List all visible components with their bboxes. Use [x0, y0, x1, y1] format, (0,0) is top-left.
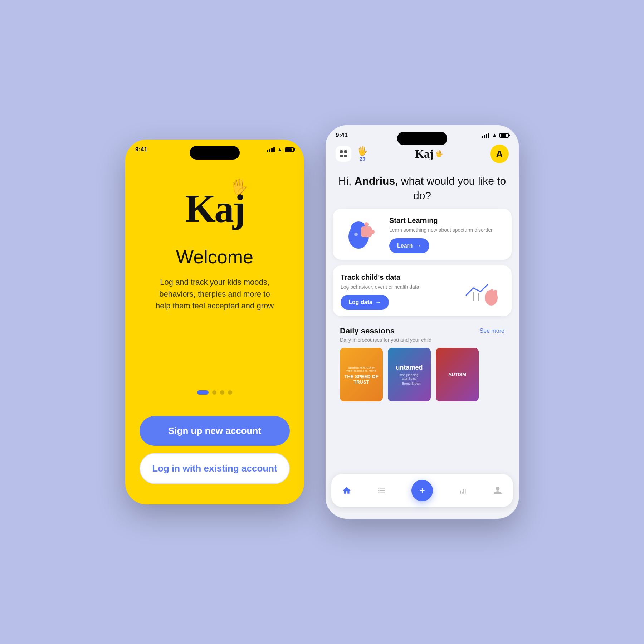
svg-point-3 — [364, 222, 369, 226]
brain-puzzle-svg — [342, 219, 382, 251]
learn-label: Learn — [397, 243, 413, 249]
chart-illustration — [461, 274, 504, 309]
user-avatar[interactable]: A — [490, 145, 509, 163]
nav-profile-button[interactable] — [493, 486, 502, 495]
phone-notch-home — [397, 132, 447, 145]
dot-3 — [220, 390, 224, 395]
card1-title: Start Learning — [389, 216, 504, 225]
brain-illustration — [341, 217, 384, 253]
card2-title: Track child's data — [341, 273, 455, 282]
book-cover-2[interactable]: untamed stop pleasing,start living — Bre… — [388, 348, 431, 401]
daily-sessions-section: Daily sessions See more Daily microcours… — [333, 322, 512, 404]
status-time-home: 9:41 — [336, 132, 348, 139]
signal-bars-icon — [267, 147, 275, 152]
book2-subtitle: stop pleasing,start living — [399, 373, 419, 380]
notification-count: 23 — [360, 156, 365, 162]
profile-icon — [493, 486, 502, 495]
list-icon — [377, 486, 386, 495]
wifi-icon-home: ▲ — [492, 132, 497, 138]
status-icons: ▲ — [267, 146, 294, 153]
svg-point-4 — [370, 230, 375, 234]
nav-list-button[interactable] — [377, 486, 386, 495]
start-learning-card: Start Learning Learn something new about… — [333, 209, 512, 260]
book2-title: untamed — [396, 364, 423, 372]
see-more-button[interactable]: See more — [480, 328, 504, 334]
svg-rect-11 — [491, 289, 493, 298]
nav-logo: Kaj 🖐 — [415, 147, 443, 161]
daily-sessions-title: Daily sessions — [340, 326, 395, 336]
cards-area: Start Learning Learn something new about… — [326, 209, 519, 470]
home-phone: 9:41 ▲ — [326, 125, 519, 519]
start-learning-text: Start Learning Learn something new about… — [389, 216, 504, 253]
svg-rect-12 — [494, 290, 497, 298]
battery-icon-home — [499, 133, 509, 138]
nav-home-button[interactable] — [342, 486, 351, 495]
notification-button[interactable]: 🖐 23 — [357, 146, 368, 162]
stats-icon — [458, 486, 468, 495]
daily-sessions-subtitle: Daily microcourses for you and your chil… — [340, 337, 504, 343]
add-button[interactable]: + — [411, 480, 433, 501]
book-cover-1[interactable]: Stephen M.R. CoveyWith Rebecca R. Merril… — [340, 348, 383, 401]
logo-area: 🖐 Kaj — [185, 189, 244, 228]
svg-point-5 — [354, 233, 358, 236]
wifi-icon: ▲ — [277, 146, 283, 153]
nav-logo-hand: 🖐 — [435, 150, 443, 158]
signal-bars-icon-home — [482, 133, 489, 138]
welcome-content: 🖐 Kaj Welcome Log and track your kids mo… — [125, 153, 304, 498]
dot-4 — [228, 390, 232, 395]
log-data-button[interactable]: Log data → — [341, 295, 389, 310]
status-time: 9:41 — [135, 146, 147, 153]
book1-author: Stephen M.R. CoveyWith Rebecca R. Merril… — [346, 366, 376, 372]
add-icon: + — [419, 485, 425, 496]
home-icon — [342, 486, 351, 495]
dot-2 — [212, 390, 216, 395]
hand-raise-icon: 🖐 — [357, 146, 368, 156]
book3-title: Autism — [448, 372, 466, 377]
book1-title: THE SPEED OF TRUST — [343, 374, 379, 385]
phone-notch — [190, 146, 240, 160]
login-button[interactable]: Log in with existing account — [140, 453, 290, 484]
signup-button[interactable]: Sign up new account — [140, 416, 290, 446]
greeting-suffix: what would you like to do? — [401, 175, 506, 201]
greeting-prefix: Hi, — [338, 175, 352, 187]
dot-1 — [197, 390, 209, 395]
svg-rect-10 — [487, 291, 490, 298]
nav-logo-text: Kaj — [415, 147, 434, 161]
card1-desc: Learn something new about specturm disor… — [389, 227, 504, 234]
learn-arrow: → — [416, 243, 421, 249]
svg-rect-2 — [361, 226, 372, 237]
welcome-title: Welcome — [176, 246, 253, 268]
chart-hand-svg — [463, 275, 502, 308]
welcome-description: Log and track your kids moods, behaviors… — [154, 276, 275, 312]
home-content: 🖐 23 Kaj 🖐 A Hi, Andrius, what would you… — [326, 139, 519, 513]
pagination-dots — [197, 390, 232, 395]
status-icons-home: ▲ — [482, 132, 509, 138]
greeting-name: Andrius, — [355, 175, 398, 187]
book-cover-3[interactable]: Autism — [436, 348, 479, 401]
card2-desc: Log behaviour, event or health data — [341, 284, 455, 291]
welcome-phone: 9:41 ▲ 🖐 Kaj Welcome Log and track your … — [125, 140, 304, 504]
grid-icon — [340, 150, 347, 157]
log-data-label: Log data — [348, 299, 372, 306]
nav-left: 🖐 23 — [336, 146, 368, 162]
grid-menu-button[interactable] — [336, 146, 351, 162]
daily-sessions-header: Daily sessions See more — [340, 326, 504, 336]
nav-stats-button[interactable] — [458, 486, 468, 495]
track-data-text: Track child's data Log behaviour, event … — [341, 273, 455, 310]
logo-hand-icon: 🖐 — [230, 178, 248, 195]
learn-button[interactable]: Learn → — [389, 238, 429, 253]
log-data-arrow: → — [375, 299, 381, 306]
battery-icon — [285, 147, 294, 152]
books-row: Stephen M.R. CoveyWith Rebecca R. Merril… — [340, 348, 504, 401]
bottom-navigation: + — [331, 474, 513, 507]
book2-author: — Brené Brown — [398, 382, 421, 385]
track-data-card: Track child's data Log behaviour, event … — [333, 265, 512, 317]
greeting-text: Hi, Andrius, what would you like to do? — [326, 167, 519, 209]
